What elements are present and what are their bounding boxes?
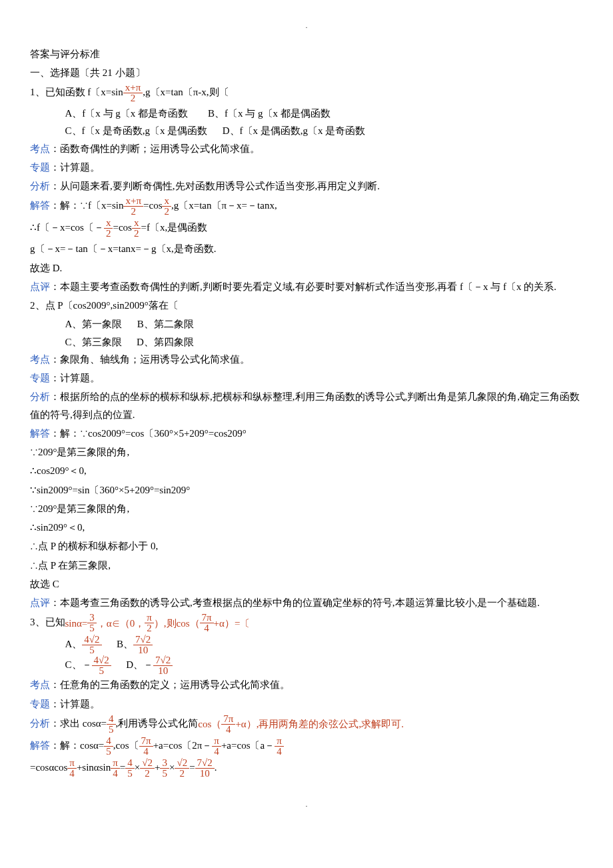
q1-dianping: 点评：本题主要考查函数奇偶性的判断,判断时要先看定义域,有必要时要对解析式作适当… [30, 278, 583, 295]
label-zhuanti: 专题 [30, 162, 50, 173]
frac-7pi-4: 7π4 [200, 613, 214, 633]
q1-fenxi: 分析：从问题来看,要判断奇偶性,先对函数用诱导公式作适当变形,再用定义判断. [30, 177, 583, 195]
q3-jie-mid2: +a=cos〔2π－ [153, 740, 213, 751]
q3-cos: cos（ [177, 615, 200, 632]
q3-fenxi: 分析：求出 cosα=45,利用诱导公式化简cos（7π4+α）,再用两角差的余… [30, 714, 583, 735]
q3-l2-mid6: = [189, 762, 195, 773]
q1-stem-pre: 1、已知函数 f〔x=sin [30, 87, 123, 97]
q3-fen-mid: ,利用诱导公式化简 [116, 718, 199, 729]
q3-l2-mid2: = [120, 762, 125, 773]
q3-option-b: B、7√210 [117, 639, 153, 649]
frac-neg-7rt2-10: 7√210 [153, 655, 173, 676]
q1-jie-post: ,g〔x=tan〔π－x=－tanx, [171, 200, 277, 211]
q1-jieda-line4: 故选 D. [30, 259, 583, 277]
answer-key-header: 答案与评分标准 [30, 45, 583, 63]
q1-fenxi-text: ：从问题来看,要判断奇偶性,先对函数用诱导公式作适当变形,再用定义判断. [50, 181, 380, 191]
section-multiple-choice: 一、选择题〔共 21 小题〕 [30, 64, 583, 81]
q3-jie-line1: 解答：解：cosα=45,cos〔7π4+a=cos〔2π－π4+a=cos〔a… [30, 736, 583, 757]
frac-4-5-c: 45 [125, 758, 135, 779]
q2-jie1: ：解：∵cos2009°=cos〔360°×5+209°=cos209° [50, 428, 247, 439]
q3-fen-post: +α）,再用两角差的余弦公式,求解即可. [235, 715, 404, 733]
frac-x-2-b: x2 [104, 218, 113, 239]
q1-jie-mid: =cos [143, 200, 162, 211]
q2-kaodian-text: ：象限角、轴线角；运用诱导公式化简求值。 [50, 354, 250, 365]
q2-kaodian: 考点：象限角、轴线角；运用诱导公式化简求值。 [30, 351, 583, 368]
label-zhuanti: 专题 [30, 373, 50, 383]
label-zhuanti: 专题 [30, 699, 50, 709]
q2-jie-line5: ∵209°是第三象限的角, [30, 500, 583, 517]
frac-x-2: x2 [162, 196, 171, 217]
q1-option-c: C、f〔x 是奇函数,g〔x 是偶函数 [65, 125, 208, 136]
q2-options: A、第一象限 B、第二象限 C、第三象限 D、第四象限 [30, 315, 583, 351]
q1-l2-post: =f〔x,是偶函数 [141, 222, 207, 233]
q1-jieda-line2: ∴f〔－x=cos〔－x2=cosx2=f〔x,是偶函数 [30, 218, 583, 239]
q1-kaodian-text: ：函数奇偶性的判断；运用诱导公式化简求值。 [50, 143, 260, 154]
q2-option-b: B、第二象限 [137, 319, 194, 329]
frac-rt2-2-b: √22 [175, 758, 189, 779]
label-fenxi: 分析 [30, 718, 50, 729]
q1-frac-x-plus-pi-over-2: x+π2 [123, 83, 143, 103]
label-dianping: 点评 [30, 281, 50, 292]
q1-l2-mid: =cos [113, 222, 131, 233]
q1-stem: 1、已知函数 f〔x=sinx+π2,g〔x=tan〔π-x,则〔 [30, 83, 583, 103]
q3-fen-pre: ：求出 cosα= [50, 718, 107, 729]
q2-jie-line8: ∴点 P 在第三象限, [30, 557, 583, 574]
q1-ping-text: ：本题主要考查函数奇偶性的判断,判断时要先看定义域,有必要时要对解析式作适当变形… [50, 281, 556, 292]
frac-3-5-b: 35 [160, 758, 169, 779]
frac-pi-4: π4 [212, 736, 221, 757]
page-header-dot: . [30, 20, 583, 32]
q3-l2-mid4: + [155, 762, 160, 773]
frac-pi-4-c: π4 [67, 758, 77, 779]
frac-4rt2-5: 4√25 [82, 635, 101, 655]
q3-l2-mid1: +sinαsin [77, 762, 111, 773]
frac-7rt2-10-b: 7√210 [195, 758, 215, 779]
q2-jie-line2: ∵209°是第三象限的角, [30, 443, 583, 461]
frac-x-2-c: x2 [132, 218, 141, 239]
q2-option-d: D、第四象限 [137, 337, 194, 347]
frac-pi-2: π2 [145, 613, 154, 633]
q1-jie-pre: ：解：∵f〔x=sin [50, 200, 123, 211]
q2-dianping: 点评：本题考查三角函数的诱导公式,考查根据点的坐标中角的位置确定坐标的符号,本题… [30, 594, 583, 611]
q3-sin-alpha: sinα= [65, 615, 88, 632]
q3-option-d: D、－7√210 [126, 659, 173, 670]
q3-l2-post: . [215, 762, 217, 773]
q3-l2-pre: =cosαcos [30, 762, 67, 773]
q2-jie-line1: 解答：解：∵cos2009°=cos〔360°×5+209°=cos209° [30, 425, 583, 442]
frac-7pi-4-c: 7π4 [139, 736, 153, 757]
q1-jieda-line1: 解答：解：∵f〔x=sinx+π2=cosx2,g〔x=tan〔π－x=－tan… [30, 196, 583, 217]
label-kaodian: 考点 [30, 679, 50, 690]
q2-fenxi: 分析：根据所给的点的坐标的横标和纵标,把横标和纵标整理,利用三角函数的诱导公式,… [30, 388, 583, 423]
label-dianping: 点评 [30, 597, 50, 608]
q1-jieda-line3: g〔－x=－tan〔－x=tanx=－g〔x,是奇函数. [30, 240, 583, 257]
q3-zhuanti: 专题：计算题。 [30, 695, 583, 713]
label-fenxi: 分析 [30, 181, 50, 191]
q1-l2-pre: ∴f〔－x=cos〔－ [30, 222, 104, 233]
q1-option-d: D、f〔x 是偶函数,g〔x 是奇函数 [223, 125, 366, 136]
frac-neg-4rt2-5: 4√25 [92, 655, 111, 676]
q3-l2-mid5: × [169, 762, 175, 773]
q3-zhuanti-text: ：计算题。 [50, 699, 100, 709]
frac-pi-4-b: π4 [275, 736, 284, 757]
label-fenxi: 分析 [30, 391, 50, 402]
q2-zhuanti: 专题：计算题。 [30, 369, 583, 387]
q1-zhuanti-text: ：计算题。 [50, 162, 100, 173]
q2-fenxi-text: ：根据所给的点的坐标的横标和纵标,把横标和纵标整理,利用三角函数的诱导公式,判断… [30, 391, 580, 419]
frac-x-plus-pi-2: x+π2 [123, 196, 143, 217]
frac-7rt2-10: 7√210 [133, 635, 153, 655]
q2-jie-line9: 故选 C [30, 575, 583, 593]
q3-stem-mid2: ）,则 [154, 615, 177, 632]
q3-stem-mid: ，α∈（0， [97, 615, 145, 632]
q3-kaodian: 考点：任意角的三角函数的定义；运用诱导公式化简求值。 [30, 676, 583, 693]
q1-zhuanti: 专题：计算题。 [30, 159, 583, 176]
q3-option-c: C、－4√25 [65, 659, 111, 670]
q1-stem-post: ,g〔x=tan〔π-x,则〔 [143, 87, 229, 97]
q2-jie-line3: ∴cos209°＜0, [30, 462, 583, 479]
frac-pi-4-d: π4 [111, 758, 120, 779]
q2-option-a: A、第一象限 [65, 319, 123, 329]
q2-stem: 2、点 P〔cos2009°,sin2009°落在〔 [30, 297, 583, 314]
frac-4-5: 45 [107, 714, 116, 735]
q3-jie-pre: ：解：cosα= [50, 740, 104, 751]
q3-jie-mid1: ,cos〔 [113, 740, 139, 751]
q3-options: A、4√25 B、7√210 C、－4√25 D、－7√210 [30, 635, 583, 676]
q3-jie-mid3: +a=cos〔a－ [221, 740, 275, 751]
